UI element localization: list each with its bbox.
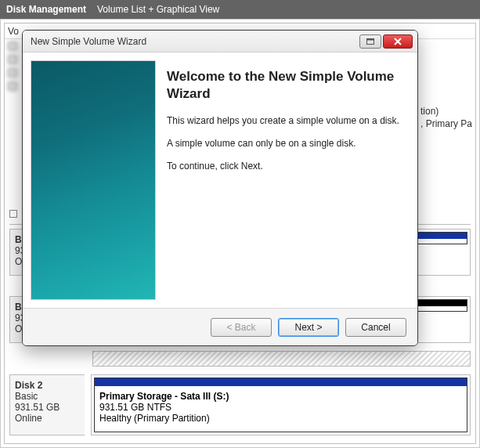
wizard-titlebar[interactable]: New Simple Volume Wizard [23, 31, 417, 52]
svg-rect-1 [367, 38, 374, 40]
wizard-sidebar-graphic [31, 60, 156, 300]
disk-name: Disk 2 [15, 380, 42, 391]
partition-health: Healthy (Primary Partition) [99, 413, 210, 424]
wizard-heading: Welcome to the New Simple Volume Wizard [167, 68, 408, 103]
partition-fragment-line: , Primary Pa [420, 117, 472, 130]
wizard-paragraph: This wizard helps you create a simple vo… [167, 115, 408, 127]
disk-map: Primary Storage - Sata III (S:) 931.51 G… [91, 374, 471, 435]
disk-type: Basic [15, 391, 38, 402]
volume-header-fragment: Vo [8, 26, 19, 37]
wizard-content: Welcome to the New Simple Volume Wizard … [165, 60, 410, 300]
disk-info-left: Disk 2 Basic 931.51 GB Online [9, 374, 85, 435]
scroll-left-icon[interactable] [9, 210, 17, 218]
disk-status: Online [15, 413, 42, 424]
app-toolbar: Disk Management Volume List + Graphical … [0, 0, 480, 19]
partition-box[interactable]: Primary Storage - Sata III (S:) 931.51 G… [94, 378, 467, 432]
volume-icon [8, 42, 17, 51]
next-button[interactable]: Next > [278, 318, 339, 337]
partition-details: 931.51 GB NTFS [99, 402, 171, 413]
cancel-button[interactable]: Cancel [345, 318, 406, 337]
disk-size: 931.51 GB [15, 402, 60, 413]
wizard-title: New Simple Volume Wizard [31, 36, 358, 47]
wizard-paragraph: To continue, click Next. [167, 161, 408, 172]
volume-icon [8, 81, 17, 91]
close-icon [393, 38, 402, 45]
volume-icon [8, 55, 17, 64]
app-title: Disk Management [6, 4, 86, 15]
wizard-dialog: New Simple Volume Wizard Welcome to the … [22, 30, 418, 346]
wizard-body: Welcome to the New Simple Volume Wizard … [23, 52, 417, 308]
maximize-icon [366, 38, 374, 45]
volume-icon [8, 68, 17, 78]
view-mode-label: Volume List + Graphical View [97, 4, 219, 15]
wizard-button-bar: < Back Next > Cancel [23, 308, 417, 345]
wizard-paragraph: A simple volume can only be on a single … [167, 138, 408, 150]
close-button[interactable] [383, 34, 413, 49]
partition-fragment-line: tion) [420, 105, 472, 117]
partition-status-fragment: tion) , Primary Pa [420, 105, 475, 130]
partition-label: Primary Storage - Sata III (S:) [99, 391, 229, 402]
hatched-area [92, 348, 471, 367]
maximize-button[interactable] [359, 34, 381, 49]
back-button: < Back [211, 318, 272, 337]
disk-row: Disk 2 Basic 931.51 GB Online Primary St… [9, 374, 471, 435]
